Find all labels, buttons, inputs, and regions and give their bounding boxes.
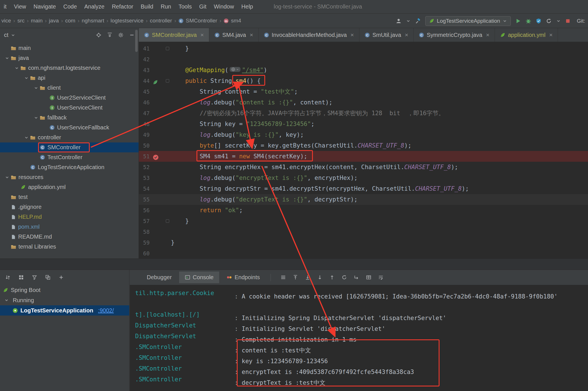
tab-debugger[interactable]: Debugger	[141, 272, 177, 283]
close-icon[interactable]: ×	[250, 31, 253, 38]
tree-item-application.yml[interactable]: application.yml	[0, 182, 139, 192]
tree-scrollbar[interactable]	[135, 30, 138, 52]
fold-marker-icon[interactable]	[166, 79, 169, 83]
chevron-down-icon[interactable]	[3, 298, 10, 302]
code-line-52[interactable]: 52 String encryptHex = sm41.encryptHex(c…	[139, 162, 588, 173]
tree-item-ternalLibraries[interactable]: ternal Libraries	[0, 242, 139, 252]
run-button[interactable]	[515, 18, 521, 24]
code-line-49[interactable]: 49 log.debug("key is :{}", key);	[139, 129, 588, 140]
tree-item-User2ServiceClient[interactable]: IUser2ServiceClient	[0, 93, 139, 103]
collapse-icon[interactable]	[107, 32, 112, 38]
up-bar-icon[interactable]	[293, 275, 298, 280]
tab-InvocableHandlerMethod.java[interactable]: CInvocableHandlerMethod.java×	[259, 28, 359, 42]
minus-icon[interactable]	[129, 32, 135, 38]
menu-item-build[interactable]: Build	[137, 3, 157, 10]
tab-console[interactable]: Console	[179, 272, 219, 283]
breadcrumb-item[interactable]: msm4	[223, 18, 242, 24]
menu-item-refactor[interactable]: Refactor	[108, 3, 137, 10]
tree-item-UserServiceClient[interactable]: IUserServiceClient	[0, 103, 139, 113]
debug-button[interactable]	[526, 18, 531, 24]
code-line-50[interactable]: 50 byte[] secretKey = key.getBytes(Chars…	[139, 140, 588, 151]
code-line-55[interactable]: 55 log.debug("decryptText is :{}", decry…	[139, 194, 588, 205]
chevron-down-icon[interactable]	[3, 56, 11, 60]
breadcrumb-item[interactable]: vice	[1, 18, 12, 24]
tab-SymmetricCrypto.java[interactable]: CSymmetricCrypto.java×	[414, 28, 495, 42]
code-line-42[interactable]: 42	[139, 54, 588, 65]
tree-item-.gitignore[interactable]: .gitignore	[0, 202, 139, 212]
menu-item-analyze[interactable]: Analyze	[81, 3, 108, 10]
run-item-logtestserviceapplication[interactable]: LogTestServiceApplication:9002/	[0, 305, 129, 316]
plus-icon[interactable]	[58, 275, 64, 280]
menu-item-code[interactable]: Code	[60, 3, 81, 10]
tree-item-fallback[interactable]: fallback	[0, 113, 139, 123]
swap-icon[interactable]	[5, 275, 11, 280]
tree-item-SMController[interactable]: CSMController	[0, 142, 139, 152]
run-item-spring-boot[interactable]: Spring Boot	[0, 285, 129, 295]
code-line-57[interactable]: 57 }	[139, 216, 588, 226]
chevron-down-icon[interactable]	[23, 76, 30, 80]
menu-item-window[interactable]: Window	[210, 3, 238, 10]
breadcrumb-item[interactable]: com	[64, 18, 76, 24]
menu-item-it[interactable]: it	[0, 3, 10, 10]
gutter-line-number[interactable]: 52	[139, 162, 150, 173]
close-icon[interactable]: ×	[549, 31, 553, 38]
tree-item-test[interactable]: test	[0, 192, 139, 202]
gutter-line-number[interactable]: 56	[139, 205, 150, 216]
gutter-line-number[interactable]: 42	[139, 54, 150, 65]
run-config-select[interactable]: LogTestServiceApplication	[425, 16, 511, 26]
hamburger-icon[interactable]	[281, 275, 286, 280]
gutter-line-number[interactable]: 48	[139, 119, 150, 129]
breadcrumb-item[interactable]: CSMController	[177, 18, 218, 24]
gutter-line-number[interactable]: 57	[139, 216, 150, 226]
tree-item-client[interactable]: client	[0, 83, 139, 93]
gutter-line-number[interactable]: 47	[139, 108, 150, 119]
breadcrumb-item[interactable]: controller	[149, 18, 173, 24]
chevron-down-icon[interactable]	[3, 175, 11, 180]
close-icon[interactable]: ×	[200, 31, 204, 38]
menu-item-tools[interactable]: Tools	[175, 3, 196, 10]
tree-item-java[interactable]: java	[0, 53, 139, 63]
gutter-line-number[interactable]: 59	[139, 237, 150, 248]
code-line-58[interactable]: 58	[139, 226, 588, 237]
gear-icon[interactable]	[118, 32, 124, 38]
frames-icon[interactable]	[45, 275, 51, 280]
down-bar-icon[interactable]	[305, 275, 310, 280]
code-line-60[interactable]: 60	[139, 248, 588, 258]
tree-item-README.md[interactable]: README.md	[0, 232, 139, 242]
tab-SMController.java[interactable]: CSMController.java×	[139, 28, 209, 42]
wrap-icon[interactable]	[378, 275, 384, 280]
gutter-line-number[interactable]: 50	[139, 140, 150, 151]
tree-item-HELP.md[interactable]: HELP.md	[0, 212, 139, 222]
code-line-59[interactable]: 59}	[139, 237, 588, 248]
chevron-down-icon[interactable]	[32, 86, 40, 90]
tab-SmUtil.java[interactable]: CSmUtil.java×	[359, 28, 414, 42]
gutter-line-number[interactable]: 46	[139, 97, 150, 108]
fold-marker-icon[interactable]	[166, 219, 169, 223]
tree-item-api[interactable]: api	[0, 73, 139, 83]
chevron-down-icon[interactable]	[406, 19, 411, 23]
breadcrumb-item[interactable]: src	[16, 18, 25, 24]
gutter-line-number[interactable]: 53	[139, 173, 150, 183]
code-line-41[interactable]: 41 }	[139, 43, 588, 54]
user-icon[interactable]	[396, 18, 401, 24]
port-link[interactable]: :9002/	[98, 307, 114, 314]
gutter-line-number[interactable]: 58	[139, 226, 150, 237]
tree-item-controller[interactable]: controller	[0, 133, 139, 142]
chevron-down-icon[interactable]	[11, 33, 15, 37]
code-line-51[interactable]: 51 SM4 sm41 = new SM4(secretKey);	[139, 151, 588, 162]
stop-button[interactable]	[565, 18, 570, 24]
tree-item-pom.xml[interactable]: pom.xml	[0, 222, 139, 232]
gutter-line-number[interactable]: 55	[139, 194, 150, 205]
code-editor[interactable]: 41 }4243 @GetMapping("/sm4")44 public St…	[139, 42, 588, 258]
filter-icon[interactable]	[32, 275, 37, 280]
run-item-running[interactable]: Running	[0, 295, 129, 305]
gutter-line-number[interactable]: 44	[139, 75, 150, 86]
code-line-46[interactable]: 46 log.debug("content is :{}", content);	[139, 97, 588, 108]
code-line-44[interactable]: 44 public String sm4() {	[139, 75, 588, 86]
breadcrumb-item[interactable]: java	[48, 18, 60, 24]
panel-splitter[interactable]	[0, 258, 588, 270]
close-icon[interactable]: ×	[405, 31, 408, 38]
code-line-47[interactable]: 47 //密钥必须为16个字符。JAVA中字符占1字节，SM4要求密钥为 128…	[139, 108, 588, 119]
close-icon[interactable]: ×	[350, 31, 354, 38]
menu-item-run[interactable]: Run	[157, 3, 175, 10]
